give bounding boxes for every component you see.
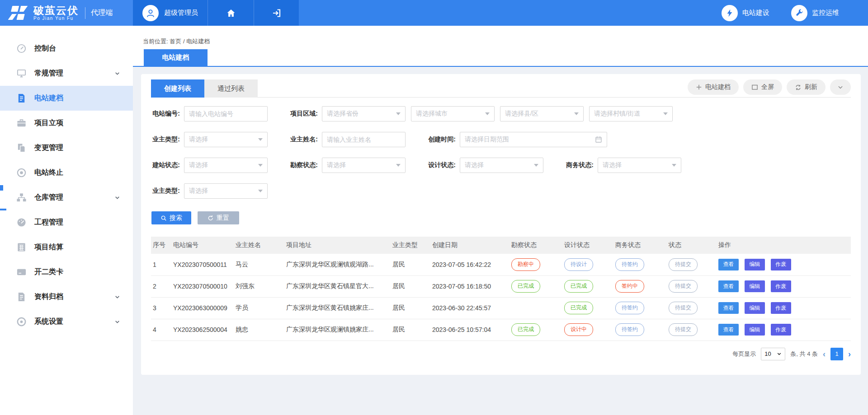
sidebar-item-label: 变更管理: [34, 143, 63, 153]
user-block[interactable]: 超级管理员: [133, 0, 208, 26]
edit-button[interactable]: 编辑: [745, 302, 765, 314]
nav-label: 监控运维: [812, 9, 839, 17]
next-page-button[interactable]: ›: [848, 350, 851, 358]
sidebar-item-class2-card[interactable]: 开二类卡: [0, 260, 133, 284]
col-header: 勘察状态: [509, 237, 562, 254]
scroll-indicator: [0, 209, 6, 210]
page-number-current[interactable]: 1: [830, 348, 843, 360]
sidebar-item-station-termination[interactable]: 电站终止: [0, 160, 133, 185]
dashboard-icon: [16, 43, 27, 54]
owner-type-select[interactable]: 请选择: [184, 132, 268, 147]
search-button[interactable]: 搜索: [151, 211, 191, 224]
table-row: 2 YX2023070500010 刘强东 广东深圳龙华区黄石镇星官大... 居…: [151, 275, 851, 297]
sidebar-item-station-archive[interactable]: 电站建档: [0, 86, 133, 111]
col-header: 业主姓名: [234, 237, 284, 254]
void-button[interactable]: 作废: [771, 324, 791, 336]
district-select[interactable]: 请选择县/区: [500, 106, 584, 121]
sidebar-item-system-settings[interactable]: 系统设置: [0, 309, 133, 334]
void-button[interactable]: 作废: [771, 302, 791, 314]
view-button[interactable]: 查看: [718, 302, 739, 314]
business-status-badge: 待签约: [615, 302, 644, 314]
view-button[interactable]: 查看: [718, 280, 739, 292]
refresh-icon: [795, 84, 802, 91]
filter-label: 设计状态:: [427, 161, 460, 169]
briefcase-icon: [16, 118, 27, 128]
divider: [85, 7, 85, 19]
breadcrumb-home-link[interactable]: 首页: [170, 38, 181, 45]
caret-down-icon: [672, 164, 676, 167]
design-status-select[interactable]: 请选择: [460, 158, 543, 173]
city-select[interactable]: 请选择城市: [411, 106, 495, 121]
street-select[interactable]: 请选择村镇/街道: [589, 106, 673, 121]
survey-status-select[interactable]: 请选择: [322, 158, 406, 173]
view-button[interactable]: 查看: [718, 259, 739, 270]
province-select[interactable]: 请选择省份: [322, 106, 406, 121]
status-badge: 待提交: [669, 280, 698, 293]
table-row: 3 YX2023063000009 学员 广东深圳龙华区黄石镇姚家庄... 居民…: [151, 297, 851, 319]
sidebar-item-project-initiation[interactable]: 项目立项: [0, 111, 133, 135]
reset-button[interactable]: 重置: [198, 211, 239, 224]
tab-created-list[interactable]: 创建列表: [151, 79, 204, 98]
edit-button[interactable]: 编辑: [745, 324, 765, 336]
sidebar-item-label: 常规管理: [34, 69, 63, 78]
user-icon: [146, 8, 156, 18]
sidebar-item-label: 控制台: [34, 44, 56, 53]
col-header: 创建日期: [430, 237, 509, 254]
prev-page-button[interactable]: ‹: [823, 350, 826, 358]
sidebar-item-engineering[interactable]: 工程管理: [0, 210, 133, 235]
main-content: 当前位置: 首页 / 电站建档 电站建档 创建列表 通过列表 电站建档: [133, 26, 868, 415]
station-code-input[interactable]: [184, 106, 268, 121]
tab-passed-list[interactable]: 通过列表: [204, 79, 258, 98]
sidebar-item-label: 电站终止: [34, 168, 63, 177]
business-status-select[interactable]: 请选择: [598, 158, 681, 173]
search-icon: [160, 215, 167, 221]
nav-monitor-ops[interactable]: 监控运维: [791, 5, 839, 21]
logout-icon: [271, 8, 282, 19]
sidebar-item-general[interactable]: 常规管理: [0, 61, 133, 86]
edit-button[interactable]: 编辑: [745, 280, 765, 292]
sidebar-item-warehouse[interactable]: 仓库管理: [0, 185, 133, 210]
view-button[interactable]: 查看: [718, 324, 739, 336]
sidebar-item-label: 项目结算: [34, 242, 63, 252]
home-icon: [226, 8, 236, 19]
sidebar-item-label: 开二类卡: [34, 267, 63, 277]
topbar-nav: 电站建设 监控运维: [722, 0, 868, 26]
caret-down-icon: [534, 164, 538, 167]
sidebar-item-console[interactable]: 控制台: [0, 36, 133, 61]
owner-type-select-2[interactable]: 请选择: [184, 183, 268, 199]
edit-button[interactable]: 编辑: [745, 259, 765, 270]
sidebar-item-settlement[interactable]: 项目结算: [0, 235, 133, 260]
build-status-select[interactable]: 请选择: [184, 158, 268, 173]
owner-name-input[interactable]: [322, 132, 406, 147]
sidebar-item-data-archive[interactable]: 资料归档: [0, 284, 133, 309]
filter-label: 业主类型:: [151, 187, 184, 195]
sitemap-icon: [16, 192, 27, 203]
sidebar-item-label: 项目立项: [34, 118, 63, 128]
settings-icon: [16, 317, 27, 327]
home-button[interactable]: [208, 0, 254, 26]
refresh-button[interactable]: 刷新: [787, 79, 826, 95]
caret-down-icon: [258, 190, 263, 192]
sidebar-item-change-mgmt[interactable]: 变更管理: [0, 135, 133, 160]
status-badge: 待提交: [669, 302, 698, 314]
page-size-select[interactable]: 10: [761, 348, 785, 360]
void-button[interactable]: 作废: [771, 259, 791, 270]
created-date-range-picker[interactable]: 请选择日期范围: [460, 132, 607, 147]
sidebar-item-label: 系统设置: [34, 317, 63, 326]
caret-down-icon: [396, 164, 401, 167]
logout-button[interactable]: [254, 0, 299, 26]
page-tab-station-archive[interactable]: 电站建档: [144, 49, 208, 66]
sidebar-item-label: 工程管理: [34, 218, 63, 227]
design-status-badge: 已完成: [564, 302, 593, 314]
add-station-button[interactable]: 电站建档: [688, 79, 739, 95]
collapse-toggle-button[interactable]: [830, 79, 851, 95]
fullscreen-icon: [751, 84, 758, 91]
fullscreen-button[interactable]: 全屏: [743, 79, 782, 95]
panel-card: 创建列表 通过列表 电站建档 全屏: [141, 74, 861, 375]
void-button[interactable]: 作废: [771, 280, 791, 292]
nav-station-build[interactable]: 电站建设: [722, 5, 769, 21]
col-header: 电站编号: [171, 237, 234, 254]
user-name: 超级管理员: [164, 9, 198, 17]
calculator-icon: [16, 242, 27, 252]
nav-label: 电站建设: [742, 9, 769, 17]
